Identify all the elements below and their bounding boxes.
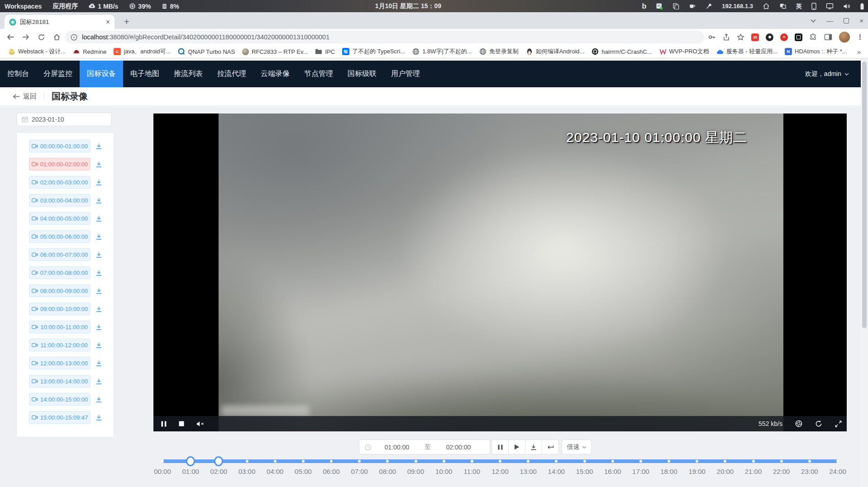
cpu-usage-indicator[interactable]: 39% — [129, 3, 151, 10]
nav-item-云端录像[interactable]: 云端录像 — [253, 61, 297, 87]
download-button[interactable] — [525, 440, 542, 454]
tab-search-chevron-icon[interactable] — [811, 19, 816, 23]
segment-time-button[interactable]: 02:00:00-03:00:00 — [29, 176, 91, 189]
display-tray-icon[interactable] — [826, 3, 834, 9]
segment-download-button[interactable] — [94, 286, 104, 296]
window-minimize-button[interactable]: — — [826, 17, 833, 24]
back-button[interactable] — [3, 33, 18, 41]
clipboard-tray-icon[interactable] — [672, 3, 679, 9]
play-button[interactable] — [508, 440, 525, 454]
clock-indicator[interactable]: 1月10日 星期二 15：09 — [375, 0, 441, 12]
timeline-handle[interactable] — [214, 456, 223, 466]
seek-back-button[interactable] — [542, 440, 559, 454]
bing-tray-icon[interactable]: b — [642, 2, 647, 10]
segment-time-button[interactable]: 10:00:00-11:00:00 — [29, 321, 91, 333]
segment-download-button[interactable] — [94, 232, 104, 241]
nav-item-拉流代理[interactable]: 拉流代理 — [210, 61, 253, 87]
back-link[interactable]: 返回 — [13, 92, 37, 101]
segment-download-button[interactable] — [94, 376, 104, 386]
tab-close-icon[interactable]: × — [106, 19, 110, 26]
workspace-switcher-icon[interactable] — [779, 3, 787, 9]
segment-time-button[interactable]: 05:00:00-06:00:00 — [29, 230, 91, 243]
coffee-tray-icon[interactable] — [689, 3, 696, 9]
pause-button[interactable] — [491, 440, 509, 454]
segment-time-button[interactable]: 15:00:00-15:09:47 — [29, 411, 91, 424]
memory-usage-indicator[interactable]: 8% — [162, 3, 179, 10]
bookmark-item[interactable]: 1.8W字|了不起的... — [409, 46, 476, 57]
date-picker-input[interactable]: 2023-01-10 — [17, 113, 112, 126]
timeline-handle[interactable] — [186, 456, 195, 466]
segment-download-button[interactable] — [94, 213, 104, 223]
bookmark-item[interactable]: 知了不起的 TypeScri... — [339, 46, 409, 57]
segment-download-button[interactable] — [94, 304, 104, 314]
refresh-icon[interactable] — [815, 420, 822, 427]
segment-download-button[interactable] — [94, 394, 104, 404]
bookmark-item[interactable]: RFC2833 – RTP Ev... — [238, 46, 311, 57]
segment-download-button[interactable] — [94, 322, 104, 332]
extensions-puzzle-icon[interactable] — [809, 33, 817, 41]
segment-download-button[interactable] — [94, 358, 104, 368]
page-scrollbar[interactable] — [861, 59, 868, 487]
segment-download-button[interactable] — [94, 250, 104, 260]
segment-time-button[interactable]: 09:00:00-10:00:00 — [29, 303, 91, 315]
window-restore-button[interactable] — [844, 18, 849, 24]
nav-item-国标设备[interactable]: 国标设备 — [80, 61, 123, 87]
blocker-extension-icon[interactable]: ✕ — [780, 33, 788, 41]
bookmarks-overflow-button[interactable]: » — [857, 48, 868, 56]
site-info-icon[interactable] — [71, 34, 77, 41]
bookmark-item[interactable]: NHDAtmos :: 种子 *... — [781, 46, 851, 57]
applications-button[interactable]: 应用程序 — [52, 2, 78, 10]
segment-time-button[interactable]: 03:00:00-04:00:00 — [29, 194, 91, 207]
password-key-icon[interactable] — [708, 33, 716, 41]
phone-link-tray-icon[interactable] — [811, 3, 816, 10]
scrollbar-thumb[interactable] — [862, 61, 867, 328]
timeline-track[interactable] — [162, 459, 838, 463]
segment-download-button[interactable] — [94, 195, 104, 205]
bookmark-item[interactable]: 如何编译Android... — [522, 46, 588, 57]
forward-button[interactable] — [18, 33, 33, 41]
nav-item-用户管理[interactable]: 用户管理 — [384, 61, 427, 87]
nav-item-国标级联[interactable]: 国标级联 — [340, 61, 384, 87]
reload-button[interactable] — [33, 33, 49, 41]
time-range-picker[interactable]: 01:00:00 至 02:00:00 — [359, 440, 490, 454]
snapshot-aperture-icon[interactable] — [795, 420, 802, 427]
video-surface[interactable]: 2023-01-10 01:00:00 星期二 — [219, 113, 783, 431]
bookmark-item[interactable]: IPC — [311, 46, 339, 57]
app-notification-tray-icon[interactable] — [656, 3, 663, 10]
nav-item-控制台[interactable]: 控制台 — [0, 61, 36, 87]
segment-time-button[interactable]: 07:00:00-08:00:00 — [29, 266, 91, 279]
user-menu[interactable]: 欢迎，admin — [805, 70, 861, 78]
network-speed-indicator[interactable]: 1 MB/s — [89, 3, 118, 10]
segment-time-button[interactable]: 14:00:00-15:00:00 — [29, 393, 91, 406]
segment-download-button[interactable] — [94, 177, 104, 187]
player-pause-icon[interactable] — [161, 421, 167, 427]
nav-item-分屏监控[interactable]: 分屏监控 — [36, 61, 80, 87]
browser-tab[interactable]: 国标28181 × — [5, 15, 114, 29]
dark-extension-icon[interactable] — [795, 33, 802, 41]
volume-tray-icon[interactable] — [843, 3, 850, 9]
segment-time-button[interactable]: 00:00:00-01:00:00 — [29, 140, 91, 152]
segment-download-button[interactable] — [94, 159, 104, 169]
player-mute-icon[interactable] — [196, 421, 204, 427]
side-panel-icon[interactable] — [824, 33, 832, 41]
workspaces-button[interactable]: Workspaces — [5, 3, 42, 10]
segment-time-button[interactable]: 08:00:00-09:00:00 — [29, 284, 91, 297]
bookmark-item[interactable]: QNAP Turbo NAS — [174, 46, 238, 57]
ball-extension-icon[interactable] — [766, 33, 773, 41]
browser-menu-kebab-icon[interactable]: ⋮ — [857, 33, 863, 41]
profile-avatar[interactable] — [839, 32, 850, 43]
segment-download-button[interactable] — [94, 412, 104, 422]
segment-time-button[interactable]: 01:00:00-02:00:00 — [29, 158, 91, 170]
start-time-input[interactable]: 01:00:00 — [371, 444, 423, 451]
bookmark-star-icon[interactable] — [737, 33, 744, 41]
speed-dropdown[interactable]: 倍速 — [562, 440, 591, 454]
end-time-input[interactable]: 02:00:00 — [433, 444, 484, 451]
player-stop-icon[interactable] — [179, 421, 184, 426]
bookmark-item[interactable]: Cjava、android可... — [110, 46, 174, 57]
segment-download-button[interactable] — [94, 340, 104, 350]
bookmark-item[interactable]: WVP-PRO文档 — [656, 46, 713, 57]
bookmark-item[interactable]: Webstack - 设计... — [5, 46, 69, 57]
battery-tray-icon[interactable] — [860, 3, 864, 10]
nav-item-节点管理[interactable]: 节点管理 — [297, 61, 340, 87]
js-extension-icon[interactable]: JS — [751, 33, 759, 41]
